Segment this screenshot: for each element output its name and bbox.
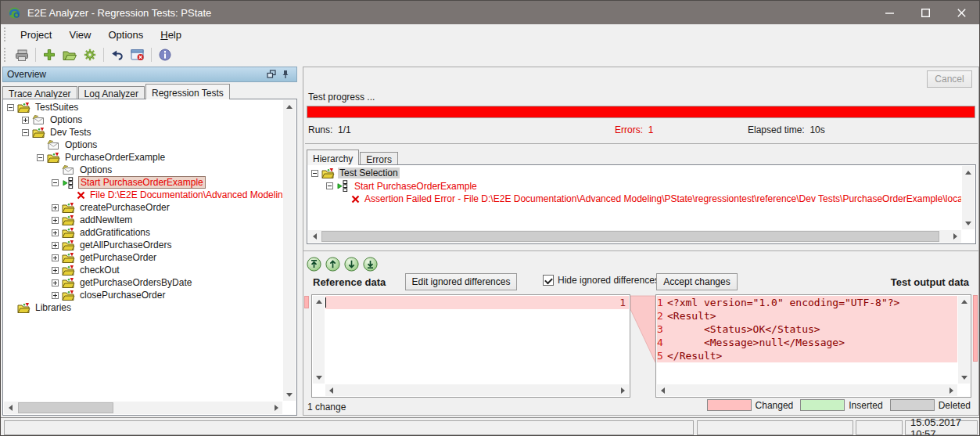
cancel-button[interactable]: Cancel bbox=[927, 70, 972, 88]
menu-view[interactable]: View bbox=[60, 26, 99, 44]
tab-log-analyzer[interactable]: Log Analyzer bbox=[78, 86, 145, 99]
tab-regression-tests[interactable]: Regression Tests bbox=[145, 84, 230, 99]
scroll-right-button[interactable] bbox=[270, 402, 282, 414]
tree-item-test-selection[interactable]: Test Selection bbox=[308, 167, 961, 180]
collapse-toggle[interactable] bbox=[22, 129, 29, 136]
tree-item-options[interactable]: Options bbox=[4, 164, 282, 176]
output-line[interactable]: 5</Result> bbox=[657, 349, 957, 362]
reference-editor[interactable]: 1 bbox=[311, 294, 630, 398]
scroll-right-button[interactable] bbox=[617, 384, 629, 396]
scroll-left-button[interactable] bbox=[657, 384, 669, 396]
tree-item-addnewitem[interactable]: addNewItem bbox=[4, 214, 282, 226]
info-button[interactable] bbox=[156, 46, 174, 63]
tree-item-closepurchaseorder[interactable]: closePurchaseOrder bbox=[4, 289, 282, 301]
scroll-up-button[interactable] bbox=[313, 296, 325, 308]
scroll-up-button[interactable] bbox=[958, 296, 970, 308]
vertical-splitter[interactable] bbox=[297, 67, 303, 416]
expand-toggle[interactable] bbox=[52, 242, 59, 249]
reference-vertical-scrollbar[interactable] bbox=[313, 296, 325, 384]
maximize-button[interactable] bbox=[907, 1, 943, 24]
collapse-toggle[interactable] bbox=[7, 104, 14, 111]
tree-item-getallpurchaseorders[interactable]: getAllPurchaseOrders bbox=[4, 239, 282, 251]
output-line[interactable]: 2<Result> bbox=[657, 309, 957, 322]
settings-button[interactable] bbox=[81, 46, 99, 63]
tree-item-dev-tests[interactable]: Dev Tests bbox=[4, 126, 282, 139]
tree-item-testsuites[interactable]: TestSuites bbox=[4, 101, 282, 114]
scroll-down-button[interactable] bbox=[962, 217, 975, 229]
scroll-up-button[interactable] bbox=[283, 100, 296, 113]
toolbar-grip[interactable] bbox=[4, 48, 9, 62]
scroll-right-button[interactable] bbox=[946, 384, 957, 396]
reference-content[interactable]: 1 bbox=[325, 296, 629, 384]
output-content[interactable]: 1<?xml version="1.0" encoding="UTF-8"?> … bbox=[657, 296, 957, 384]
open-button[interactable] bbox=[60, 46, 79, 63]
tree-item-purchaseorderexample[interactable]: PurchaseOrderExample bbox=[4, 151, 282, 164]
expand-toggle[interactable] bbox=[52, 204, 59, 211]
close-button[interactable] bbox=[943, 1, 979, 24]
output-line[interactable]: 4 <Message>null</Message> bbox=[657, 336, 957, 349]
expand-toggle[interactable] bbox=[52, 229, 59, 236]
tree-item-getpurchaseorder[interactable]: getPurchaseOrder bbox=[4, 251, 282, 264]
tree-item-start-purchaseorderexample[interactable]: Start PurchaseOrderExample bbox=[308, 180, 961, 193]
tree-item-start-purchaseorderexample[interactable]: Start PurchaseOrderExample bbox=[4, 176, 282, 189]
scroll-right-button[interactable] bbox=[949, 230, 961, 243]
expand-toggle[interactable] bbox=[52, 267, 59, 274]
expand-toggle[interactable] bbox=[52, 217, 59, 224]
change-marker[interactable] bbox=[304, 296, 309, 308]
reference-horizontal-scrollbar[interactable] bbox=[325, 384, 629, 396]
menu-grip[interactable] bbox=[4, 27, 9, 41]
tree-item-getpurchaseordersbydate[interactable]: getPurchaseOrdersByDate bbox=[4, 276, 282, 289]
expand-toggle[interactable] bbox=[52, 279, 59, 286]
tree-item-createpurchaseorder[interactable]: createPurchaseOrder bbox=[4, 201, 282, 214]
minimize-button[interactable] bbox=[871, 1, 907, 24]
tree-vertical-scrollbar[interactable] bbox=[283, 100, 296, 401]
menu-project[interactable]: Project bbox=[12, 26, 60, 44]
scrollbar-thumb[interactable] bbox=[321, 231, 939, 242]
tree-item-options[interactable]: Options bbox=[4, 139, 282, 151]
expand-toggle[interactable] bbox=[22, 117, 29, 124]
next-difference-button[interactable] bbox=[344, 257, 359, 272]
output-line[interactable]: 3 <Status>OK</Status> bbox=[657, 322, 957, 336]
tree-item-libraries[interactable]: Libraries bbox=[4, 301, 282, 314]
first-difference-button[interactable] bbox=[307, 257, 321, 272]
output-editor[interactable]: 1<?xml version="1.0" encoding="UTF-8"?> … bbox=[655, 294, 971, 398]
collapse-toggle[interactable] bbox=[52, 179, 59, 186]
horizontal-splitter[interactable] bbox=[303, 244, 978, 250]
edit-ignored-differences-button[interactable]: Edit ignored differences bbox=[405, 273, 517, 290]
menu-help[interactable]: Help bbox=[152, 26, 190, 44]
hierarchy-vertical-scrollbar[interactable] bbox=[962, 166, 975, 229]
tab-hierarchy[interactable]: Hierarchy bbox=[307, 150, 359, 165]
tab-trace-analyzer[interactable]: Trace Analyzer bbox=[2, 86, 77, 99]
menu-options[interactable]: Options bbox=[99, 26, 152, 44]
previous-difference-button[interactable] bbox=[325, 257, 340, 272]
hierarchy-horizontal-scrollbar[interactable] bbox=[308, 230, 961, 243]
scroll-down-button[interactable] bbox=[283, 388, 296, 401]
expand-toggle[interactable] bbox=[52, 254, 59, 261]
tree-item-options[interactable]: Options bbox=[4, 114, 282, 126]
scroll-left-button[interactable] bbox=[4, 402, 16, 414]
pin-panel-button[interactable] bbox=[278, 68, 293, 81]
output-line[interactable]: 1<?xml version="1.0" encoding="UTF-8"?> bbox=[657, 296, 957, 309]
collapse-toggle[interactable] bbox=[311, 170, 318, 177]
reference-overview-ruler[interactable] bbox=[304, 294, 309, 398]
tree-horizontal-scrollbar[interactable] bbox=[4, 402, 282, 414]
scroll-left-button[interactable] bbox=[325, 384, 337, 396]
float-panel-button[interactable] bbox=[264, 68, 278, 81]
collapse-toggle[interactable] bbox=[326, 182, 333, 189]
tree-item-addgratifications[interactable]: addGratifications bbox=[4, 226, 282, 239]
tree-item-error-file[interactable]: File D:\E2E Documentation\Advanced Model… bbox=[4, 189, 282, 201]
accept-changes-button[interactable]: Accept changes bbox=[656, 273, 738, 290]
hide-ignored-checkbox[interactable] bbox=[543, 275, 554, 286]
tree-item-checkout[interactable]: checkOut bbox=[4, 264, 282, 276]
show-log-button[interactable] bbox=[128, 46, 147, 63]
tree-item-assertion-failed[interactable]: Assertion Failed Error - File D:\E2E Doc… bbox=[308, 193, 961, 206]
scroll-left-button[interactable] bbox=[308, 230, 321, 243]
change-marker[interactable] bbox=[973, 295, 978, 362]
add-button[interactable] bbox=[40, 46, 59, 63]
scroll-up-button[interactable] bbox=[962, 166, 975, 178]
scroll-down-button[interactable] bbox=[313, 372, 325, 384]
print-button[interactable] bbox=[13, 46, 31, 63]
scrollbar-thumb[interactable] bbox=[18, 402, 113, 413]
expand-toggle[interactable] bbox=[52, 292, 59, 299]
output-overview-ruler[interactable] bbox=[973, 294, 978, 398]
